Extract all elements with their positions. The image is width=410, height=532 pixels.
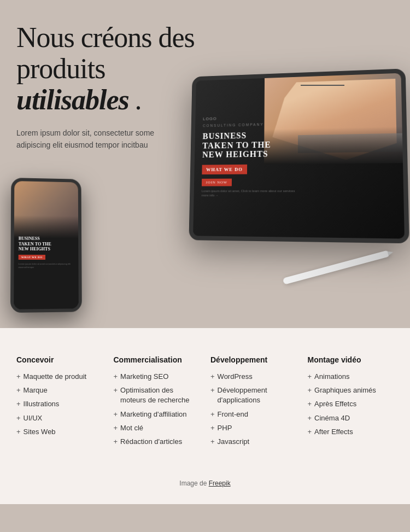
service-item-label: Marketing d'affiliation bbox=[120, 410, 186, 419]
service-item: +Front-end bbox=[210, 410, 297, 419]
service-column-title: Concevoir bbox=[16, 355, 103, 364]
phone-photo bbox=[14, 181, 78, 238]
service-item-label: Javascript bbox=[218, 437, 250, 447]
service-item-label: Sites Web bbox=[24, 427, 56, 437]
hero-title-part1: Nous créons des produits bbox=[16, 22, 195, 84]
phone-small-text: Lorem ipsum dolor sit amet consectetur a… bbox=[19, 262, 74, 269]
service-plus-icon: + bbox=[16, 372, 21, 382]
service-item: +Rédaction d'articles bbox=[114, 437, 200, 447]
service-plus-icon: + bbox=[114, 423, 118, 433]
tablet-join-btn: JOIN NOW bbox=[202, 179, 232, 186]
service-plus-icon: + bbox=[16, 427, 21, 437]
phone-mockup: BUSINESSTAKEN TO THENEW HEIGHTS WHAT WE … bbox=[10, 178, 82, 313]
service-item: +UI/UX bbox=[16, 413, 103, 423]
service-item-label: Illustrations bbox=[24, 399, 60, 409]
service-plus-icon: + bbox=[308, 413, 312, 423]
service-item-label: Après Effetcs bbox=[314, 399, 356, 409]
service-plus-icon: + bbox=[210, 385, 215, 395]
service-plus-icon: + bbox=[16, 385, 21, 395]
service-item: +Animations bbox=[308, 372, 394, 382]
service-item: +Marketing d'affiliation bbox=[114, 410, 200, 419]
service-item: +Après Effetcs bbox=[308, 399, 394, 409]
tablet-small-text: Lorem ipsum dolor sit amet, Click to lea… bbox=[202, 189, 298, 198]
hero-title: Nous créons des produits utilisables . bbox=[16, 22, 224, 116]
tablet-what-we-do: WHAT WE DO bbox=[202, 165, 247, 174]
service-item: +Marketing SEO bbox=[114, 372, 200, 382]
service-item: +Graphiques animés bbox=[308, 385, 394, 395]
hero-description: Lorem ipsum dolor sit, consectetur some … bbox=[16, 127, 169, 151]
service-item: +After Effects bbox=[308, 427, 394, 437]
stylus bbox=[283, 250, 390, 284]
phone-what-we-do: WHAT WE DO bbox=[19, 255, 45, 260]
service-item-label: Cinéma 4D bbox=[314, 413, 350, 423]
service-item: +Maquette de produit bbox=[16, 372, 103, 382]
service-item-label: After Effects bbox=[314, 427, 353, 437]
service-column: Montage vidéo+Animations+Graphiques anim… bbox=[308, 355, 394, 451]
service-item-label: Rédaction d'articles bbox=[120, 437, 182, 447]
service-item-label: Mot clé bbox=[120, 423, 143, 433]
service-plus-icon: + bbox=[210, 410, 215, 419]
service-item: +PHP bbox=[210, 423, 297, 433]
service-item-label: Animations bbox=[314, 372, 349, 382]
service-plus-icon: + bbox=[114, 410, 118, 419]
hero-section: Nous créons des produits utilisables . L… bbox=[0, 0, 410, 328]
service-item-label: UI/UX bbox=[24, 413, 43, 423]
service-item-label: PHP bbox=[218, 423, 232, 433]
service-item-label: Marque bbox=[24, 385, 48, 395]
service-item-label: Graphiques animés bbox=[314, 385, 376, 395]
service-item: +Illustrations bbox=[16, 399, 103, 409]
service-plus-icon: + bbox=[210, 437, 215, 447]
service-item: +Sites Web bbox=[16, 427, 103, 437]
phone-screen: BUSINESSTAKEN TO THENEW HEIGHTS WHAT WE … bbox=[14, 181, 79, 309]
freepik-link[interactable]: Freepik bbox=[209, 480, 231, 487]
service-column: Développement+WordPress+Développement d'… bbox=[210, 355, 297, 451]
service-item-label: WordPress bbox=[218, 372, 253, 382]
service-plus-icon: + bbox=[114, 372, 118, 382]
service-item: +Cinéma 4D bbox=[308, 413, 394, 423]
service-item: +Marque bbox=[16, 385, 103, 395]
keyboard-illustration bbox=[298, 133, 403, 153]
service-column-title: Commercialisation bbox=[114, 355, 200, 364]
service-item-label: Optimisation des moteurs de recherche bbox=[120, 385, 200, 405]
services-grid: Concevoir+Maquette de produit+Marque+Ill… bbox=[16, 355, 394, 451]
decorative-line bbox=[301, 85, 344, 86]
service-plus-icon: + bbox=[308, 372, 312, 382]
service-column-title: Développement bbox=[210, 355, 297, 364]
service-plus-icon: + bbox=[308, 385, 312, 395]
service-column: Commercialisation+Marketing SEO+Optimisa… bbox=[114, 355, 200, 451]
service-item-label: Front-end bbox=[218, 410, 248, 419]
phone-headline: BUSINESSTAKEN TO THENEW HEIGHTS bbox=[19, 236, 74, 252]
service-plus-icon: + bbox=[308, 399, 312, 409]
service-item: +Javascript bbox=[210, 437, 297, 447]
hero-title-bold: utilisables . bbox=[16, 84, 142, 115]
service-item-label: Marketing SEO bbox=[120, 372, 168, 382]
footer-credit: Image de Freepik bbox=[16, 467, 394, 488]
service-plus-icon: + bbox=[308, 427, 312, 437]
service-item-label: Maquette de produit bbox=[24, 372, 87, 382]
service-item: +Développement d'applications bbox=[210, 385, 297, 405]
footer-text: Image de Freepik bbox=[179, 480, 230, 487]
hero-text-block: Nous créons des produits utilisables . L… bbox=[16, 22, 224, 151]
services-section: Concevoir+Maquette de produit+Marque+Ill… bbox=[0, 328, 410, 504]
service-item-label: Développement d'applications bbox=[218, 385, 297, 405]
service-plus-icon: + bbox=[114, 385, 118, 395]
phone-content: BUSINESSTAKEN TO THENEW HEIGHTS WHAT WE … bbox=[14, 232, 79, 309]
service-item: +Mot clé bbox=[114, 423, 200, 433]
service-column-title: Montage vidéo bbox=[308, 355, 394, 364]
service-plus-icon: + bbox=[16, 413, 21, 423]
service-plus-icon: + bbox=[16, 399, 21, 409]
service-plus-icon: + bbox=[210, 372, 215, 382]
service-plus-icon: + bbox=[210, 423, 215, 433]
service-item: +WordPress bbox=[210, 372, 297, 382]
service-column: Concevoir+Maquette de produit+Marque+Ill… bbox=[16, 355, 103, 451]
tablet-screen: logo CONSULTING COMPANY BUSINESSTAKEN TO… bbox=[193, 73, 405, 239]
service-item: +Optimisation des moteurs de recherche bbox=[114, 385, 200, 405]
service-plus-icon: + bbox=[114, 437, 118, 447]
